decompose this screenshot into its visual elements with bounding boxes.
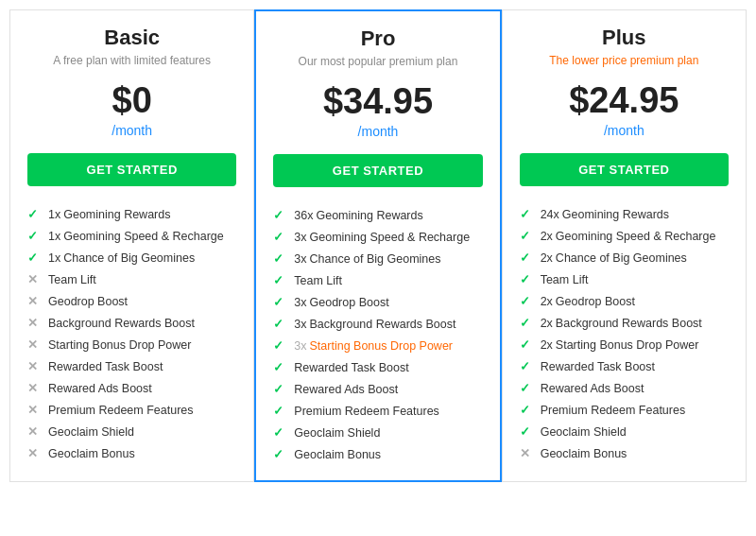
feature-text: Geodrop Boost	[556, 295, 635, 308]
feature-text: Geoclaim Shield	[541, 425, 627, 439]
features-list-plus: ✓24x Geomining Rewards✓2x Geomining Spee…	[520, 203, 729, 464]
list-item: ✓3x Background Rewards Boost	[273, 313, 482, 335]
cross-icon: ✕	[27, 359, 43, 373]
check-icon: ✓	[273, 251, 288, 266]
plan-period-basic: /month	[27, 123, 236, 138]
list-item: ✕Rewarded Task Boost	[27, 355, 236, 377]
plan-name-plus: Plus	[520, 26, 729, 50]
feature-text: Premium Redeem Features	[541, 404, 686, 417]
plan-tagline-pro: Our most popular premium plan	[273, 55, 482, 68]
list-item: ✓2x Geodrop Boost	[520, 290, 729, 312]
check-icon: ✓	[273, 295, 288, 309]
feature-text: Geomining Speed & Recharge	[63, 230, 224, 243]
list-item: ✕Team Lift	[27, 268, 236, 290]
plan-price-plus: $24.95	[520, 80, 729, 121]
list-item: ✓36x Geomining Rewards	[273, 204, 482, 226]
cross-icon: ✕	[27, 446, 43, 460]
list-item: ✓Team Lift	[273, 269, 482, 291]
feature-text: Premium Redeem Features	[48, 404, 194, 417]
plan-tagline-plus: The lower price premium plan	[520, 54, 729, 67]
check-icon: ✓	[273, 425, 288, 440]
plan-period-plus: /month	[520, 123, 729, 138]
feature-text: Geomining Rewards	[562, 208, 669, 221]
get-started-button-plus[interactable]: GET STARTED	[520, 153, 729, 186]
feature-multiplier: 24x	[541, 208, 559, 221]
feature-multiplier: 2x	[541, 338, 553, 352]
feature-text: Starting Bonus Drop Power	[556, 338, 698, 352]
feature-text: Geomining Speed & Recharge	[310, 231, 471, 244]
list-item: ✓2x Starting Bonus Drop Power	[520, 334, 729, 355]
plan-price-basic: $0	[27, 80, 236, 121]
check-icon: ✓	[273, 360, 288, 374]
check-icon: ✓	[273, 382, 288, 396]
list-item: ✕Geoclaim Bonus	[520, 442, 729, 464]
feature-text: Geoclaim Bonus	[294, 448, 381, 461]
plan-price-pro: $34.95	[273, 81, 482, 122]
get-started-button-pro[interactable]: GET STARTED	[273, 154, 482, 187]
feature-text: Geoclaim Shield	[294, 426, 380, 440]
feature-text: Team Lift	[48, 273, 96, 286]
feature-text: Chance of Big Geomines	[63, 251, 195, 265]
cross-icon: ✕	[27, 337, 43, 352]
list-item: ✓Geoclaim Bonus	[273, 443, 482, 465]
list-item: ✕Geoclaim Shield	[27, 421, 236, 442]
check-icon: ✓	[520, 316, 535, 330]
feature-text: Geoclaim Shield	[48, 425, 134, 439]
cross-icon: ✕	[27, 294, 43, 308]
list-item: ✓2x Chance of Big Geomines	[520, 247, 729, 268]
check-icon: ✓	[520, 424, 535, 439]
feature-text: Geomining Rewards	[63, 208, 170, 221]
feature-text: Rewared Ads Boost	[294, 383, 398, 396]
plan-card-pro: ProOur most popular premium plan$34.95/m…	[254, 9, 501, 482]
feature-text: Geoclaim Bonus	[48, 447, 135, 460]
feature-multiplier: 1x	[48, 251, 60, 265]
list-item: ✓1x Chance of Big Geomines	[27, 247, 236, 268]
list-item: ✓Rewarded Task Boost	[273, 356, 482, 378]
feature-text: Geodrop Boost	[48, 295, 128, 308]
feature-text: Chance of Big Geomines	[310, 252, 441, 266]
feature-text: Geomining Rewards	[316, 209, 422, 222]
check-icon: ✓	[520, 381, 535, 395]
feature-text: Rewared Ads Boost	[541, 382, 644, 395]
check-icon: ✓	[27, 207, 43, 221]
feature-multiplier: 1x	[48, 230, 60, 243]
check-icon: ✓	[520, 207, 535, 221]
list-item: ✕Premium Redeem Features	[27, 399, 236, 421]
list-item: ✕Background Rewards Boost	[27, 312, 236, 334]
check-icon: ✓	[273, 447, 288, 461]
features-list-pro: ✓36x Geomining Rewards✓3x Geomining Spee…	[273, 204, 482, 465]
list-item: ✓3x Geodrop Boost	[273, 291, 482, 313]
get-started-button-basic[interactable]: GET STARTED	[27, 153, 236, 186]
feature-text: Starting Bonus Drop Power	[48, 338, 191, 352]
feature-multiplier: 36x	[294, 209, 313, 222]
list-item: ✓1x Geomining Rewards	[27, 203, 236, 225]
list-item: ✓Rewarded Task Boost	[520, 355, 729, 377]
list-item: ✓Geoclaim Shield	[273, 422, 482, 443]
check-icon: ✓	[27, 251, 43, 265]
cross-icon: ✕	[27, 272, 43, 286]
feature-text: Rewarded Task Boost	[541, 360, 655, 373]
list-item: ✓Rewared Ads Boost	[520, 377, 729, 399]
check-icon: ✓	[520, 251, 535, 265]
list-item: ✓3x Starting Bonus Drop Power	[273, 335, 482, 356]
list-item: ✓2x Geomining Speed & Recharge	[520, 225, 729, 247]
feature-multiplier: 3x	[294, 231, 306, 244]
check-icon: ✓	[273, 317, 288, 331]
check-icon: ✓	[520, 294, 535, 308]
feature-multiplier: 3x	[294, 252, 306, 266]
feature-text: Team Lift	[294, 274, 342, 287]
list-item: ✕Starting Bonus Drop Power	[27, 334, 236, 355]
features-list-basic: ✓1x Geomining Rewards✓1x Geomining Speed…	[27, 203, 236, 464]
check-icon: ✓	[273, 273, 288, 287]
feature-text: Team Lift	[541, 273, 589, 286]
list-item: ✕Geoclaim Bonus	[27, 442, 236, 464]
cross-icon: ✕	[27, 316, 43, 330]
feature-text: Geomining Speed & Recharge	[556, 230, 716, 243]
check-icon: ✓	[520, 337, 535, 352]
check-icon: ✓	[273, 404, 288, 418]
plan-name-basic: Basic	[27, 26, 236, 50]
feature-multiplier: 2x	[541, 295, 553, 308]
feature-multiplier: 2x	[541, 317, 553, 330]
list-item: ✕Rewared Ads Boost	[27, 377, 236, 399]
feature-text: Starting Bonus Drop Power	[310, 339, 453, 353]
